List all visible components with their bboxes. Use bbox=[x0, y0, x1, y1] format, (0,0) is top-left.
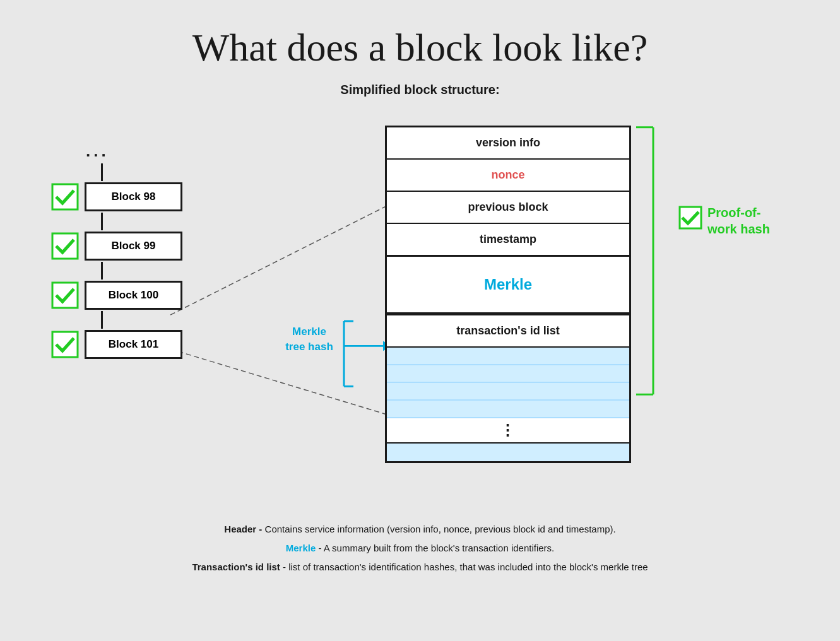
nonce-field: nonce bbox=[387, 160, 629, 192]
merkle-tree-hash-label: Merkletree hash bbox=[278, 324, 341, 355]
svg-line-1 bbox=[170, 349, 386, 414]
description: Header - Contains service information (v… bbox=[0, 520, 840, 577]
diagram-area: ... Block 98 Block 99 bbox=[0, 116, 840, 526]
tx-row bbox=[387, 444, 629, 461]
header-desc: Contains service information (version in… bbox=[265, 524, 616, 534]
tx-desc: - list of transaction's identification h… bbox=[283, 562, 648, 572]
page-title: What does a block look like? bbox=[0, 0, 840, 83]
block-label: Block 98 bbox=[85, 182, 182, 211]
list-item: Block 101 bbox=[50, 329, 182, 360]
checkbox-icon bbox=[50, 232, 80, 261]
tx-dots: ⋮ bbox=[387, 418, 629, 444]
checkbox-icon bbox=[50, 182, 80, 211]
block-label: Block 101 bbox=[85, 330, 182, 359]
timestamp-field: timestamp bbox=[387, 224, 629, 255]
proof-of-work-label: Proof-of-work hash bbox=[678, 204, 773, 237]
tx-label-desc: Transaction's id list bbox=[192, 562, 280, 572]
transactions-section: transaction's id list ⋮ bbox=[385, 315, 631, 463]
version-info-field: version info bbox=[387, 127, 629, 160]
chain-vline-top bbox=[101, 163, 103, 181]
chain-vline bbox=[101, 311, 103, 329]
checkbox-icon bbox=[50, 281, 80, 310]
tx-row bbox=[387, 348, 629, 365]
chain-dots: ... bbox=[86, 141, 109, 161]
checkbox-icon bbox=[50, 330, 80, 359]
previous-block-field: previous block bbox=[387, 192, 629, 224]
merkle-section: Merkle bbox=[385, 257, 631, 315]
tx-id-list-label: transaction's id list bbox=[387, 315, 629, 348]
merkle-field: Merkle bbox=[387, 257, 629, 314]
header-label: Header - bbox=[224, 524, 262, 534]
block-label: Block 99 bbox=[85, 232, 182, 261]
merkle-label-desc: Merkle bbox=[286, 543, 316, 553]
block-label: Block 100 bbox=[85, 281, 182, 310]
list-item: Block 100 bbox=[50, 279, 182, 311]
subtitle: Simplified block structure: bbox=[0, 83, 840, 97]
list-item: Block 99 bbox=[50, 230, 182, 262]
chain-vline bbox=[101, 262, 103, 279]
block-structure: version info nonce previous block timest… bbox=[385, 126, 631, 463]
chain-vline bbox=[101, 213, 103, 230]
merkle-desc: - A summary built from the block's trans… bbox=[318, 543, 554, 553]
svg-line-0 bbox=[170, 206, 386, 315]
block-chain: ... Block 98 Block 99 bbox=[50, 141, 182, 360]
header-section: version info nonce previous block timest… bbox=[385, 126, 631, 257]
tx-row bbox=[387, 365, 629, 383]
tx-row bbox=[387, 383, 629, 401]
tx-row bbox=[387, 401, 629, 418]
list-item: Block 98 bbox=[50, 181, 182, 213]
